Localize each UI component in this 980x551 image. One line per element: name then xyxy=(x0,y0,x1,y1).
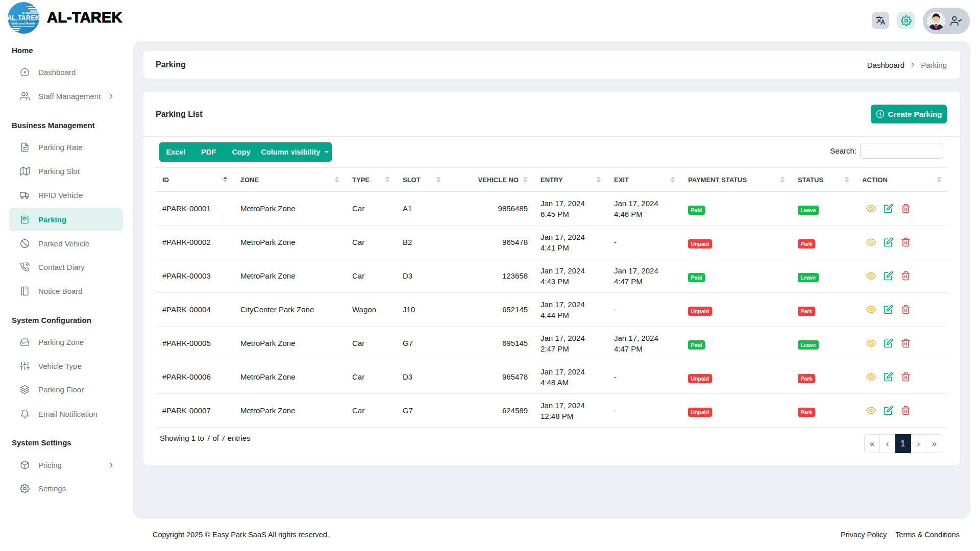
svg-text:AL.TAREK: AL.TAREK xyxy=(7,14,40,22)
svg-text:Web and Mobile: Web and Mobile xyxy=(12,21,36,25)
svg-text:Applications Development: Applications Development xyxy=(13,25,35,28)
